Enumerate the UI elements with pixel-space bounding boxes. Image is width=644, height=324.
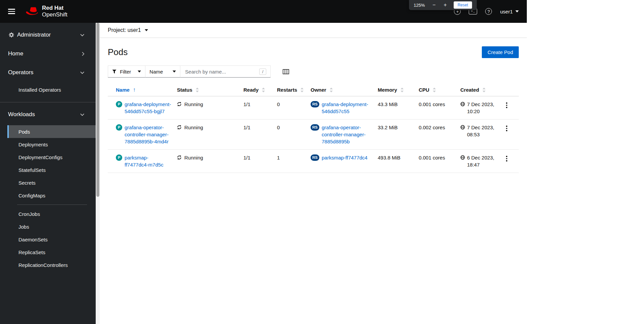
sort-icon	[482, 88, 486, 92]
column-header-created[interactable]: Created	[460, 84, 502, 96]
pod-badge: P	[116, 124, 122, 131]
nav-label: Operators	[8, 69, 34, 76]
sidebar-item-deployments[interactable]: Deployments	[7, 138, 96, 151]
sidebar-item-replicasets[interactable]: ReplicaSets	[7, 246, 96, 259]
zoom-in-button[interactable]: +	[442, 2, 448, 8]
main-content: Project: user1 Pods Create Pod Filter Na…	[100, 23, 527, 324]
column-header-name[interactable]: Name ↑	[108, 84, 177, 96]
filter-label: Filter	[120, 69, 131, 75]
sidebar-item-installed-operators[interactable]: Installed Operators	[7, 83, 96, 96]
sidebar-item-deploymentconfigs[interactable]: DeploymentConfigs	[7, 151, 96, 164]
sidebar-item-replicationcontrollers[interactable]: ReplicationControllers	[7, 259, 96, 271]
zoom-reset-button[interactable]: Reset	[454, 1, 472, 9]
chevron-down-icon	[80, 113, 84, 116]
created-timestamp: 6 Dec 2023, 18:47	[467, 154, 497, 168]
kebab-menu-button[interactable]	[503, 101, 510, 110]
sidebar-item-pods[interactable]: Pods	[7, 125, 96, 138]
cpu-value: 0.001 cores	[419, 150, 460, 173]
restarts-value: 0	[277, 120, 311, 150]
sidebar-item-cronjobs[interactable]: CronJobs	[7, 207, 96, 220]
column-header-owner[interactable]: Owner	[311, 84, 378, 96]
zoom-out-button[interactable]: −	[431, 2, 437, 8]
kebab-menu-button[interactable]	[503, 124, 510, 133]
pod-name-link[interactable]: grafana-operator-controller-manager-7885…	[125, 124, 172, 145]
sidebar: Administrator Home Operators Installed O…	[0, 23, 96, 324]
column-header-status[interactable]: Status	[177, 84, 243, 96]
sidebar-item-workloads[interactable]: Workloads	[0, 105, 96, 124]
scrollbar-thumb[interactable]	[96, 23, 99, 197]
sidebar-item-secrets[interactable]: Secrets	[7, 176, 96, 189]
column-header-memory[interactable]: Memory	[378, 84, 419, 96]
sidebar-item-home[interactable]: Home	[0, 44, 96, 63]
chevron-right-icon	[82, 52, 84, 56]
pods-table: Name ↑ Status Ready	[108, 84, 519, 173]
sidebar-item-statefulsets[interactable]: StatefulSets	[7, 164, 96, 176]
sort-icon	[196, 88, 199, 92]
table-row: P grafana-operator-controller-manager-78…	[108, 120, 519, 150]
sync-running-icon	[177, 125, 182, 130]
sidebar-item-jobs[interactable]: Jobs	[7, 220, 96, 233]
column-header-restarts[interactable]: Restarts	[277, 84, 311, 96]
chevron-down-icon	[80, 34, 84, 36]
ready-value: 1/1	[243, 96, 277, 120]
perspective-switcher[interactable]: Administrator	[0, 26, 96, 44]
sort-icon	[330, 88, 333, 92]
status-text: Running	[184, 124, 203, 131]
owner-link[interactable]: grafana-deployment-546dd57c55	[322, 101, 372, 115]
replicaset-badge: RS	[311, 154, 319, 161]
search-input[interactable]	[184, 68, 256, 75]
nav-divider	[0, 102, 96, 102]
nav-toggle-hamburger-icon[interactable]	[8, 7, 15, 15]
chevron-down-icon	[145, 29, 148, 31]
pod-name-link[interactable]: parksmap-ff7477dc4-m7d5c	[125, 154, 172, 168]
owner-link[interactable]: grafana-operator-controller-manager-7885…	[322, 124, 372, 145]
sort-icon	[262, 88, 265, 92]
table-row: P grafana-deployment-546dd57c55-bgjl7	[108, 96, 519, 120]
attribute-label: Name	[149, 69, 163, 75]
pod-name-link[interactable]: grafana-deployment-546dd57c55-bgjl7	[125, 101, 172, 115]
sidebar-item-configmaps[interactable]: ConfigMaps	[7, 189, 96, 202]
owner-link[interactable]: parksmap-ff7477dc4	[322, 154, 367, 161]
list-toolbar: Filter Name /	[100, 63, 527, 84]
memory-value: 33.2 MiB	[378, 120, 419, 150]
memory-value: 493.8 MiB	[378, 150, 419, 173]
filter-dropdown[interactable]: Filter	[108, 65, 145, 78]
created-timestamp: 7 Dec 2023, 08:53	[467, 124, 497, 138]
nav-label: Workloads	[8, 111, 35, 118]
sync-running-icon	[177, 102, 182, 106]
chevron-down-icon	[80, 72, 84, 74]
manage-columns-button[interactable]	[281, 68, 290, 76]
column-header-ready[interactable]: Ready	[243, 84, 277, 96]
sidebar-item-operators[interactable]: Operators	[0, 63, 96, 82]
table-row: P parksmap-ff7477dc4-m7d5c	[108, 150, 519, 173]
sort-icon	[301, 88, 304, 92]
redhat-openshift-logo: Red Hat OpenShift	[25, 5, 67, 18]
help-icon[interactable]: ?	[485, 8, 492, 15]
sort-icon	[433, 88, 436, 92]
ready-value: 1/1	[243, 120, 277, 150]
status-text: Running	[184, 101, 203, 108]
ready-value: 1/1	[243, 150, 277, 173]
project-selector[interactable]: Project: user1	[100, 23, 527, 38]
globe-icon	[460, 125, 465, 130]
replicaset-badge: RS	[311, 101, 319, 107]
sort-ascending-icon: ↑	[133, 87, 136, 93]
pod-badge: P	[116, 154, 122, 161]
user-menu[interactable]: user1	[500, 9, 519, 14]
search-attribute-dropdown[interactable]: Name	[145, 65, 180, 78]
chevron-down-icon	[515, 10, 519, 12]
column-header-cpu[interactable]: CPU	[419, 84, 460, 96]
nav-label: Home	[8, 50, 23, 57]
memory-value: 43.3 MiB	[378, 96, 419, 120]
sidebar-item-daemonsets[interactable]: DaemonSets	[7, 233, 96, 246]
chevron-down-icon	[173, 71, 176, 73]
kebab-menu-button[interactable]	[503, 154, 510, 163]
scrollbar-track[interactable]	[96, 23, 100, 324]
gear-icon	[9, 32, 14, 38]
search-box: /	[180, 65, 271, 78]
brand-name-line2: OpenShift	[42, 11, 67, 18]
globe-icon	[460, 102, 465, 106]
create-pod-button[interactable]: Create Pod	[482, 46, 519, 58]
zoom-level: 125%	[414, 3, 426, 8]
column-header-actions	[502, 84, 519, 96]
